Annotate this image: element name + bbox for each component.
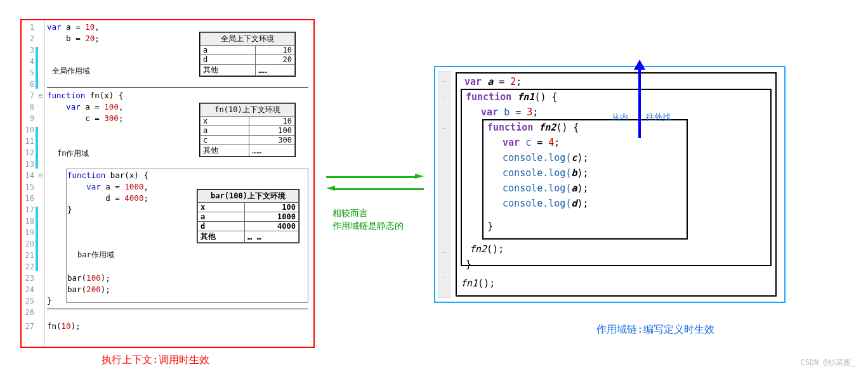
code-line: }: [47, 297, 310, 305]
ln: 23: [22, 274, 34, 283]
ctx-global: 全局上下文环境 a10 d20 其他……: [199, 32, 296, 77]
ln: 6: [22, 80, 34, 89]
scope-arrow-head-icon: [634, 60, 645, 70]
code-line: console.log(d);: [491, 198, 589, 209]
mid-text-1: 相较而言: [332, 208, 368, 219]
ln: 24: [22, 285, 34, 294]
ln: 1: [22, 23, 34, 32]
arrow-left-head: [326, 186, 335, 191]
gutter-tick: —: [438, 274, 450, 281]
ln: 9: [22, 114, 34, 123]
gutter-tick: —: [438, 249, 450, 255]
caption-left: 执行上下文:调用时生效: [102, 354, 209, 367]
code-line: function fn(x) {: [47, 91, 310, 100]
code-line: var b = 3;: [470, 106, 538, 118]
code-line: function fn2() {: [487, 122, 579, 133]
code-line: fn(10);: [47, 322, 310, 331]
ln: 18: [22, 217, 34, 226]
diagram-canvas: 1 2 3 4 5 6 7 8 9 10 11 12 13 14 15 16 1…: [0, 0, 868, 372]
note-inner: 从内: [612, 112, 628, 123]
gutter-tick: —: [438, 125, 450, 131]
scope-label-bar: bar作用域: [77, 250, 114, 260]
code-line: fn2();: [470, 243, 504, 255]
ctx-bar: bar(100)上下文环境 x100 a1000 d4000 其他… …: [197, 189, 299, 243]
code-line: console.log(c);: [491, 152, 589, 164]
ln: 12: [22, 148, 34, 157]
ln: 26: [22, 308, 34, 317]
code-line: var a = 2;: [464, 76, 522, 87]
ln: 5: [22, 68, 34, 77]
ln: 22: [22, 262, 34, 271]
gutter-tick: —: [438, 94, 450, 101]
code-line: }: [487, 221, 493, 232]
code-area: var a = 10, b = 20; 全局作用域 function fn(x)…: [47, 20, 310, 347]
note-outer: 往外找: [646, 112, 671, 123]
marker: [36, 47, 38, 89]
code-line: function fn1() {: [466, 91, 558, 103]
ln: 8: [22, 103, 34, 112]
ln: 7: [22, 91, 34, 100]
left-panel: 1 2 3 4 5 6 7 8 9 10 11 12 13 14 15 16 1…: [20, 19, 315, 348]
code-line: var a = 10,: [47, 23, 310, 32]
gutter-tick: —: [438, 78, 450, 84]
ln: 15: [22, 183, 34, 191]
code-line: fn1();: [461, 278, 495, 289]
right-body: var a = 2; function fn1() { var b = 3; f…: [452, 71, 780, 298]
marker: [36, 207, 38, 271]
line-gutter: 1 2 3 4 5 6 7 8 9 10 11 12 13 14 15 16 1…: [22, 20, 45, 347]
code-line: console.log(a);: [491, 183, 589, 194]
scope-label-global: 全局作用域: [52, 66, 90, 77]
arrow-right: [326, 176, 415, 178]
ln: 10: [22, 125, 34, 134]
arrow-right-head: [415, 174, 424, 179]
ln: 20: [22, 240, 34, 248]
watermark: CSDN @杉菜酱_: [800, 357, 855, 368]
code-line: }: [466, 259, 471, 270]
ln: 21: [22, 251, 34, 260]
code-line: bar(200);: [67, 285, 310, 294]
fold-icon: ⊟: [37, 91, 44, 99]
right-gutter: — — — — —: [438, 71, 450, 298]
ln: 16: [22, 194, 34, 203]
marker: [36, 127, 38, 169]
caption-right: 作用域链:编写定义时生效: [596, 323, 714, 337]
ln: 27: [22, 322, 34, 331]
code-line: bar(100);: [67, 274, 310, 283]
arrow-left: [335, 188, 424, 190]
ln: 25: [22, 297, 34, 305]
ln: 3: [22, 46, 34, 55]
ln: 14: [22, 171, 34, 180]
ln: 13: [22, 160, 34, 169]
code-line: console.log(b);: [491, 167, 589, 179]
ln: 4: [22, 57, 34, 66]
scope-label-fn: fn作用域: [57, 148, 89, 159]
code-line: function bar(x) {: [67, 171, 310, 180]
ln: 19: [22, 228, 34, 237]
right-panel: — — — — — var a = 2; function fn1() { va…: [434, 66, 786, 303]
ctx-fn: fn(10)上下文环境 x10 a100 c300 其他……: [199, 103, 296, 157]
ln: 2: [22, 34, 34, 43]
mid-text-2: 作用域链是静态的: [332, 221, 404, 232]
fold-icon: ⊟: [37, 171, 44, 179]
ln: 17: [22, 205, 34, 214]
code-line: var c = 4;: [491, 137, 560, 148]
scope-arrow-stem: [638, 68, 641, 138]
ln: 11: [22, 137, 34, 146]
